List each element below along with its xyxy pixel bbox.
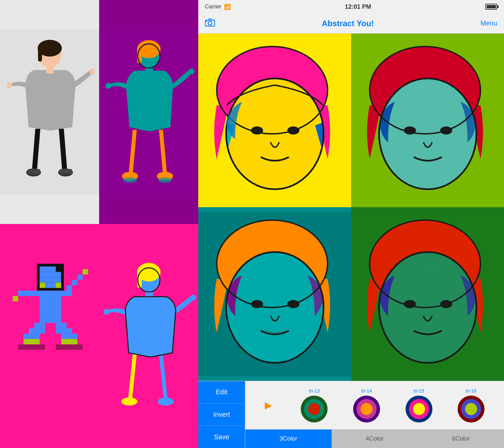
cell-flat-silhouette [99,224,198,448]
swatch-label-13: tri-13 [309,388,320,394]
svg-rect-51 [24,339,40,345]
svg-point-62 [121,398,137,406]
camera-button[interactable] [205,18,215,29]
svg-rect-4 [46,67,54,74]
invert-button[interactable]: Invert [198,404,245,426]
swatch-item-15[interactable]: tri-15 [406,388,432,422]
face-grid [198,34,504,381]
face-cell-dkgreen[interactable] [351,207,504,381]
svg-point-6 [90,69,95,75]
svg-rect-25 [40,267,45,272]
swatch-circle-13[interactable] [301,396,328,422]
face-cell-yellow[interactable] [198,34,351,207]
swatch-circle-16[interactable] [458,396,485,422]
arrow-icon: ▶ [265,400,272,411]
svg-point-20 [123,178,137,183]
svg-rect-27 [50,267,56,272]
left-panel [0,0,198,448]
svg-rect-31 [40,283,45,288]
svg-rect-3 [38,48,42,62]
right-panel: Carrier 📶 12:01 PM Abstract You! Menu [198,0,504,448]
svg-rect-34 [34,291,40,296]
svg-rect-28 [56,267,61,272]
swatch-item-16[interactable]: tri-16 [458,388,485,422]
svg-rect-43 [40,318,50,323]
tab-4color[interactable]: 4Color [332,430,418,448]
wifi-icon: 📶 [224,4,231,10]
svg-point-60 [103,309,110,315]
svg-point-16 [106,83,112,89]
svg-point-63 [158,398,174,406]
color-swatches: ▶ tri-13 tri-14 tri-15 t [245,381,504,429]
svg-rect-30 [40,277,61,283]
status-time: 12:01 PM [345,3,371,10]
svg-rect-36 [61,291,67,296]
battery-fill [487,5,496,8]
face-cell-green[interactable] [351,34,504,207]
save-button[interactable]: Save [198,426,245,448]
carrier-text: Carrier [205,4,221,10]
svg-point-21 [158,178,172,183]
swatch-circle-15[interactable] [406,396,432,422]
face-dkgreen-svg [351,207,504,381]
svg-rect-41 [77,275,83,280]
cell-purple-silhouette [99,0,198,224]
svg-rect-29 [40,272,61,277]
swatch-circle-14[interactable] [353,396,380,422]
color-tabs: 3Color 4Color 6Color [245,429,504,448]
controls-middle: ▶ tri-13 tri-14 tri-15 t [245,381,504,448]
edit-button[interactable]: Edit [198,381,245,404]
pixel-art-svg [0,224,99,448]
svg-rect-40 [72,280,77,285]
face-teal-svg [198,207,351,381]
controls-left: Edit Invert Save [198,381,245,448]
tab-6color[interactable]: 6Color [418,430,504,448]
svg-rect-45 [34,323,45,328]
svg-rect-35 [40,291,61,318]
status-bar: Carrier 📶 12:01 PM [198,0,504,13]
svg-rect-52 [61,339,77,345]
battery-icon [485,4,497,10]
svg-rect-53 [18,345,45,350]
svg-rect-47 [29,328,45,334]
svg-point-17 [188,69,195,75]
svg-rect-50 [61,334,77,339]
svg-point-66 [208,21,212,25]
tab-3color[interactable]: 3Color [245,430,332,448]
menu-button[interactable]: Menu [480,19,497,27]
svg-rect-39 [67,285,72,296]
svg-rect-48 [56,328,72,334]
svg-rect-37 [18,291,34,296]
svg-rect-46 [56,323,67,328]
original-photo-svg [0,0,99,224]
svg-point-61 [190,295,196,301]
purple-silhouette-svg [99,0,198,224]
app-title: Abstract You! [322,19,374,28]
svg-rect-33 [56,283,61,288]
swatch-label-14: tri-14 [361,388,372,394]
swatch-item-13[interactable]: tri-13 [301,388,328,422]
svg-rect-32 [45,283,56,288]
cell-pixel-art [0,224,99,448]
swatch-label-15: tri-15 [414,388,424,394]
face-yellow-svg [198,34,351,207]
nav-bar: Abstract You! Menu [198,13,504,34]
svg-rect-54 [56,345,83,350]
svg-rect-67 [206,21,207,22]
swatch-item-14[interactable]: tri-14 [353,388,380,422]
svg-rect-38 [13,296,18,302]
svg-rect-9 [28,169,40,174]
svg-rect-49 [24,334,40,339]
svg-rect-42 [83,269,88,275]
svg-rect-10 [59,169,72,174]
svg-point-5 [7,82,12,89]
svg-rect-26 [45,267,50,272]
face-cell-teal[interactable] [198,207,351,381]
swatch-label-16: tri-16 [466,388,476,394]
controls-bar: Edit Invert Save ▶ tri-13 tri-14 [198,381,504,448]
face-green-svg [351,34,504,207]
flat-silhouette-svg [99,224,198,448]
svg-rect-44 [50,318,61,323]
cell-original-photo [0,0,99,224]
